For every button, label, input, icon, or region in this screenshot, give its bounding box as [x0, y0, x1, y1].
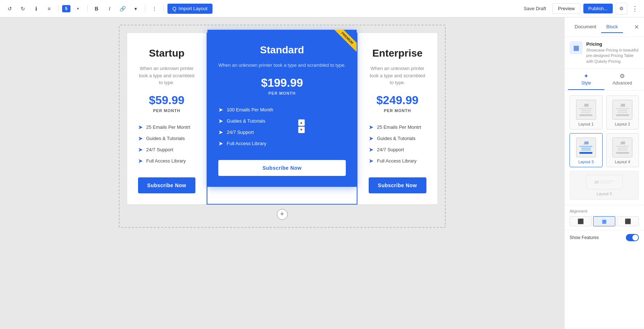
pricing-icon: ▦: [573, 44, 579, 52]
enterprise-feature-1: ➤ 25 Emails Per Montrt: [369, 122, 426, 133]
undo-button[interactable]: ↺: [4, 3, 15, 14]
advanced-tab-label: Advanced: [613, 81, 632, 86]
enterprise-subscribe-button[interactable]: Subscribe Now: [369, 177, 426, 193]
scroll-up-arrow[interactable]: ▲: [298, 119, 305, 126]
layout-2-label: Layout 2: [615, 122, 630, 126]
layout-3-preview: .00: [575, 136, 597, 158]
show-features-toggle[interactable]: [626, 234, 639, 241]
pricing-cards-container: Startup When an unknown printer took a t…: [127, 33, 438, 205]
enterprise-feature-4: ➤ Full Access Library: [369, 155, 426, 166]
enterprise-plan-name: Enterprise: [372, 48, 423, 59]
settings-gear-button[interactable]: ⚙: [616, 3, 627, 15]
import-layout-icon: Q: [173, 6, 177, 12]
toolbar-separator-1: [58, 5, 58, 12]
block-tab[interactable]: Block: [601, 21, 623, 33]
pricing-card-enterprise: Enterprise When an unknown printer took …: [357, 33, 438, 205]
italic-button[interactable]: I: [104, 3, 115, 14]
layout-2-option[interactable]: .00 Layout 2: [606, 95, 639, 129]
topbar-more-button[interactable]: ⋮: [630, 3, 640, 14]
import-layout-label: Import Layout: [179, 6, 208, 11]
standard-features-list: ➤ 100 Emails Per Month ➤ Guides & Tutori…: [218, 104, 345, 149]
align-right-button[interactable]: ⬛: [617, 216, 639, 226]
main-area: ▲ ▼ Startup When an unknown printer took…: [0, 17, 644, 329]
canvas: ▲ ▼ Startup When an unknown printer took…: [0, 17, 564, 329]
right-panel: Document Block ✕ ▦ Pricing Showcase Pric…: [564, 17, 644, 329]
align-left-button[interactable]: ⬛: [570, 216, 592, 226]
standard-feature-1: ➤ 100 Emails Per Month: [218, 104, 345, 115]
block-title: Pricing: [586, 41, 639, 47]
layout-1-option[interactable]: .00 Layout 1: [570, 95, 603, 129]
enterprise-feature-3: ➤ 24/7 Support: [369, 144, 426, 155]
redo-button[interactable]: ↻: [17, 3, 28, 14]
startup-feature-4: ➤ Full Access Library: [138, 155, 196, 166]
enterprise-plan-period: PER MONTH: [384, 108, 411, 113]
enterprise-feature-2: ➤ Guides & Tutorials: [369, 133, 426, 144]
advanced-tab[interactable]: ⚙ Advanced: [604, 69, 641, 90]
block-description: Showcase Pricing in beautiful pre-design…: [586, 48, 639, 64]
import-layout-button[interactable]: Q Import Layout: [167, 4, 212, 14]
style-tab[interactable]: ✦ Style: [568, 69, 604, 90]
startup-feature-2: ➤ Guides & Tutorials: [138, 133, 196, 144]
alignment-label: Alignment: [570, 209, 639, 213]
startup-subscribe-button[interactable]: Subscribe Now: [138, 177, 196, 193]
block-settings-button[interactable]: ▾: [73, 3, 84, 14]
layout-4-preview: .00: [612, 136, 633, 158]
layout-3-option[interactable]: .00 Layout 3: [570, 133, 603, 167]
pricing-card-startup: Startup When an unknown printer took a t…: [127, 33, 207, 205]
save-draft-button[interactable]: Save Draft: [520, 4, 550, 13]
show-features-row: Show Features: [564, 230, 644, 245]
document-tab[interactable]: Document: [570, 21, 601, 33]
standard-plan-price: $199.99: [261, 76, 303, 90]
standard-subscribe-button[interactable]: Subscribe Now: [218, 160, 345, 176]
feature-icon-3: ➤: [138, 146, 143, 153]
enterprise-features-list: ➤ 25 Emails Per Montrt ➤ Guides & Tutori…: [369, 122, 426, 166]
toolbar: ↺ ↻ ℹ ≡ 5 ▾ B I 🔗 ▾ ⋮ Q Import Layout Sa…: [0, 0, 644, 17]
alignment-section: Alignment ⬛ ▦ ⬛: [564, 205, 644, 230]
enterprise-feature-icon-2: ➤: [369, 135, 373, 142]
info-button[interactable]: ℹ: [31, 3, 41, 14]
standard-feature-2: ➤ Guides & Tutorials: [218, 115, 345, 127]
layouts-grid: .00 Layout 1 .00: [564, 90, 644, 205]
startup-plan-desc: When an unknown printer took a type and …: [138, 65, 196, 86]
startup-feature-1: ➤ 25 Emails Per Montrt: [138, 122, 196, 133]
scroll-down-arrow[interactable]: ▼: [298, 127, 305, 133]
layout-1-preview: .00: [575, 99, 597, 120]
layout-4-option[interactable]: .00 Layout 4: [606, 133, 639, 167]
gear-icon: ⚙: [619, 6, 624, 11]
publish-button[interactable]: Publish...: [583, 4, 613, 13]
block-icon: ▦: [570, 41, 583, 54]
enterprise-feature-icon-3: ➤: [369, 146, 373, 153]
add-block-button[interactable]: +: [277, 209, 288, 220]
enterprise-feature-icon-1: ➤: [369, 124, 373, 131]
align-left-icon: ⬛: [578, 218, 584, 224]
standard-feature-4: ➤ Full Access Library: [218, 138, 345, 149]
startup-feature-3: ➤ 24/7 Support: [138, 144, 196, 155]
list-button[interactable]: ≡: [44, 3, 54, 14]
align-center-button[interactable]: ▦: [593, 216, 615, 226]
standard-feature-icon-4: ➤: [218, 140, 223, 147]
bold-button[interactable]: B: [91, 3, 102, 14]
startup-plan-price: $59.99: [149, 94, 185, 107]
alignment-buttons: ⬛ ▦ ⬛: [570, 216, 639, 226]
standard-feature-3: ➤ 24/7 Support: [218, 127, 345, 138]
enterprise-plan-price: $249.99: [376, 94, 418, 107]
more-options-button[interactable]: ⋮: [149, 3, 160, 14]
layout-5-option[interactable]: .00 Layout 5: [570, 171, 639, 200]
preview-button[interactable]: Preview: [552, 3, 580, 14]
style-icon: ✦: [584, 73, 588, 79]
link-chevron-button[interactable]: ▾: [130, 3, 141, 14]
enterprise-feature-icon-4: ➤: [369, 157, 373, 164]
layout-1-label: Layout 1: [578, 122, 594, 126]
layout-2-preview: .00: [612, 99, 633, 120]
standard-plan-period: PER MONTH: [268, 91, 296, 95]
enterprise-plan-desc: When an unknown printer took a type and …: [369, 65, 426, 86]
startup-features-list: ➤ 25 Emails Per Montrt ➤ Guides & Tutori…: [138, 122, 196, 166]
toolbar-separator-3: [145, 5, 145, 12]
close-panel-button[interactable]: ✕: [634, 24, 639, 30]
link-button[interactable]: 🔗: [117, 3, 128, 14]
pricing-card-standard: Standard When an unknown printer took a …: [207, 30, 356, 187]
layout-3-label: Layout 3: [578, 160, 594, 164]
standard-feature-icon-2: ➤: [218, 118, 223, 124]
block-info-text: Pricing Showcase Pricing in beautiful pr…: [586, 41, 639, 64]
block-style-indicator: 5: [62, 5, 70, 12]
